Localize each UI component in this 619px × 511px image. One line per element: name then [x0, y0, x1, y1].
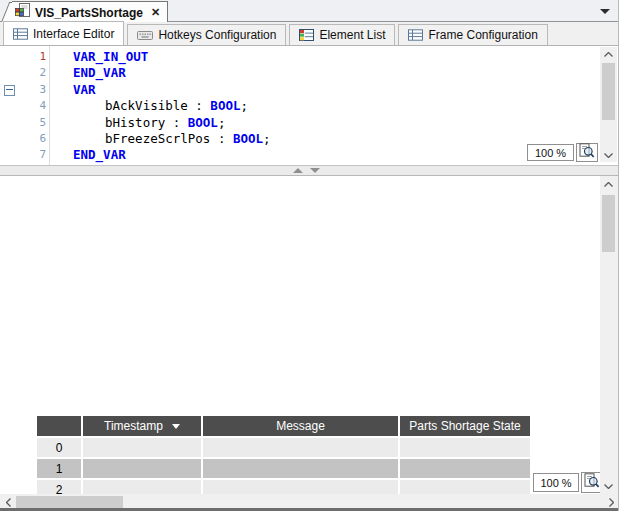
column-header-label: Timestamp	[104, 419, 163, 433]
visualization-canvas[interactable]: TimestampMessageParts Shortage State 012…	[0, 176, 600, 494]
line-number: 1	[21, 49, 52, 65]
column-header[interactable]: Timestamp	[83, 416, 201, 436]
fold-margin	[0, 131, 21, 147]
code-line: 1VAR_IN_OUT	[0, 49, 599, 65]
editor-vertical-scrollbar[interactable]	[600, 47, 617, 162]
code-text: END_VAR	[52, 147, 126, 163]
tab-interface-editor[interactable]: Interface Editor	[3, 21, 124, 45]
document-tab-strip: VIS_PartsShortage	[0, 0, 619, 22]
tab-label: Element List	[319, 28, 385, 42]
line-number: 7	[21, 147, 52, 163]
code-line: 5bHistory : BOOL;	[0, 115, 599, 131]
visualization-vertical-scrollbar[interactable]	[600, 177, 617, 493]
table-header-row: TimestampMessageParts Shortage State	[37, 416, 530, 436]
document-tab-vis-partsshortage[interactable]: VIS_PartsShortage	[12, 1, 168, 23]
sort-dropdown-icon[interactable]	[172, 424, 180, 429]
visualization-editor-window: VIS_PartsShortage Interface Editor	[0, 0, 619, 511]
code-lines: 1VAR_IN_OUT2END_VAR3VAR4bAckVisible : BO…	[0, 49, 599, 164]
row-index-cell: 1	[37, 459, 81, 478]
column-header[interactable]: Parts Shortage State	[400, 416, 530, 436]
tab-frame-configuration[interactable]: Frame Configuration	[398, 24, 547, 45]
scroll-down-icon[interactable]	[600, 479, 617, 493]
editor-zoom-tool-button[interactable]	[576, 143, 598, 162]
scroll-up-icon[interactable]	[600, 177, 617, 191]
form-icon	[408, 29, 423, 41]
code-line: 4bAckVisible : BOOL;	[0, 98, 599, 114]
visualization-object-icon	[15, 3, 30, 22]
tab-hotkeys-configuration[interactable]: Hotkeys Configuration	[127, 24, 286, 45]
line-number: 4	[21, 98, 52, 114]
visualization-zoom-level[interactable]: 100 %	[533, 473, 579, 492]
code-text: VAR_IN_OUT	[52, 49, 148, 65]
scrollbar-thumb[interactable]	[16, 496, 123, 508]
close-icon[interactable]	[151, 7, 160, 18]
fold-margin	[0, 147, 21, 163]
table-cell	[203, 459, 398, 478]
scrollbar-thumb[interactable]	[602, 195, 615, 252]
tab-label: Interface Editor	[33, 27, 114, 41]
code-text: bHistory : BOOL;	[52, 115, 225, 131]
zoom-tool-icon	[579, 143, 595, 162]
code-text: bFreezeScrlPos : BOOL;	[52, 131, 271, 147]
scroll-down-icon[interactable]	[600, 148, 617, 162]
code-text: VAR	[52, 82, 96, 98]
table-row: 1	[37, 459, 530, 478]
tab-label: Frame Configuration	[428, 28, 537, 42]
code-text: bAckVisible : BOOL;	[52, 98, 248, 114]
row-index-cell: 0	[37, 438, 81, 457]
fold-margin	[0, 82, 21, 98]
fold-margin	[0, 98, 21, 114]
tab-list-dropdown-icon[interactable]	[600, 9, 610, 14]
tab-label: Hotkeys Configuration	[158, 28, 276, 42]
column-header-label: Parts Shortage State	[409, 419, 520, 433]
column-header[interactable]	[37, 416, 81, 436]
splitter-up-icon[interactable]	[293, 168, 303, 173]
editor-zoom-level[interactable]: 100 %	[527, 144, 574, 161]
code-line: 2END_VAR	[0, 65, 599, 81]
code-text: END_VAR	[52, 65, 126, 81]
splitter-down-icon[interactable]	[310, 168, 320, 173]
code-line: 6bFreezeScrlPos : BOOL;	[0, 131, 599, 147]
splitter-handles[interactable]	[293, 168, 320, 173]
column-header[interactable]: Message	[203, 416, 398, 436]
line-number: 2	[21, 65, 52, 81]
tab-element-list[interactable]: Element List	[289, 24, 395, 45]
fold-margin	[0, 115, 21, 131]
line-number: 3	[21, 82, 52, 98]
document-tab-title: VIS_PartsShortage	[35, 6, 143, 20]
table-cell	[83, 438, 201, 457]
column-header-label: Message	[276, 419, 325, 433]
editor-subtab-bar: Interface Editor Hotkeys Configuration	[0, 22, 619, 46]
alarm-table-header: TimestampMessageParts Shortage State	[37, 416, 530, 436]
code-line: 7END_VAR	[0, 147, 599, 163]
form-icon	[13, 28, 28, 40]
code-line: 3VAR	[0, 82, 599, 98]
table-cell	[203, 438, 398, 457]
scroll-up-icon[interactable]	[600, 47, 617, 61]
grid-icon	[299, 29, 314, 41]
scrollbar-thumb[interactable]	[602, 63, 615, 120]
line-number: 5	[21, 115, 52, 131]
pane-splitter[interactable]	[0, 165, 619, 176]
line-number: 6	[21, 131, 52, 147]
fold-margin	[0, 65, 21, 81]
table-cell	[400, 438, 530, 457]
keyboard-icon	[137, 30, 153, 41]
table-cell	[400, 459, 530, 478]
zoom-tool-icon	[584, 473, 600, 492]
collapse-icon[interactable]	[4, 85, 15, 96]
table-row: 0	[37, 438, 530, 457]
table-cell	[83, 459, 201, 478]
fold-margin	[0, 49, 21, 65]
